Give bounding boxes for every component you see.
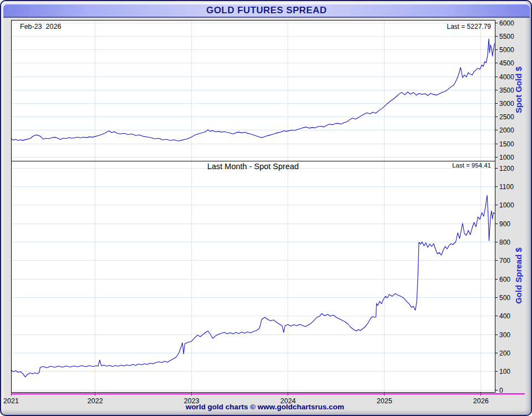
y-tick-label: 1000 [499, 154, 514, 161]
y-tick-label: 600 [499, 276, 510, 283]
spread-axis-title: Gold Spread $ [514, 240, 524, 312]
spot-gold-axis-title: Spot Gold $ [514, 54, 524, 126]
y-tick-label: 100 [499, 368, 510, 376]
y-tick-label: 500 [499, 294, 510, 302]
y-tick-label: 1200 [499, 165, 514, 173]
y-tick-label: 2000 [499, 126, 514, 134]
y-tick-label: 900 [499, 220, 510, 228]
y-tick-label: 2500 [499, 113, 514, 121]
y-tick-label: 700 [499, 257, 510, 265]
y-tick-label: 0 [499, 387, 503, 394]
y-tick-label: 1500 [499, 140, 514, 148]
y-tick-label: 3000 [499, 100, 514, 108]
y-tick-label: 1100 [499, 183, 514, 191]
spread-last-value: Last = 954.41 [452, 162, 491, 169]
y-tick-label: 4000 [499, 73, 514, 81]
y-tick-label: 300 [499, 331, 510, 339]
y-tick-label: 5500 [499, 33, 514, 40]
y-tick-label: 3500 [499, 87, 514, 94]
spot-gold-last-value: Last = 5227.79 [447, 23, 491, 31]
y-tick-label: 4500 [499, 59, 514, 67]
y-tick-label: 400 [499, 312, 510, 320]
spread-panel-title: Last Month - Spot Spread [11, 162, 495, 171]
footer-credit: world gold charts © www.goldchartsrus.co… [0, 403, 530, 411]
y-tick-label: 6000 [499, 19, 514, 27]
chart-canvas: 2021202220232024202520266000550050004500… [0, 0, 532, 416]
y-tick-label: 800 [499, 239, 510, 246]
y-tick-label: 1000 [499, 201, 514, 209]
y-tick-label: 200 [499, 349, 510, 357]
chart-date-label: Feb-23 2026 [20, 23, 61, 31]
y-tick-label: 5000 [499, 46, 514, 54]
application-window: GOLD FUTURES SPREAD 20212022202320242025… [0, 0, 532, 416]
plot-background [11, 20, 495, 392]
